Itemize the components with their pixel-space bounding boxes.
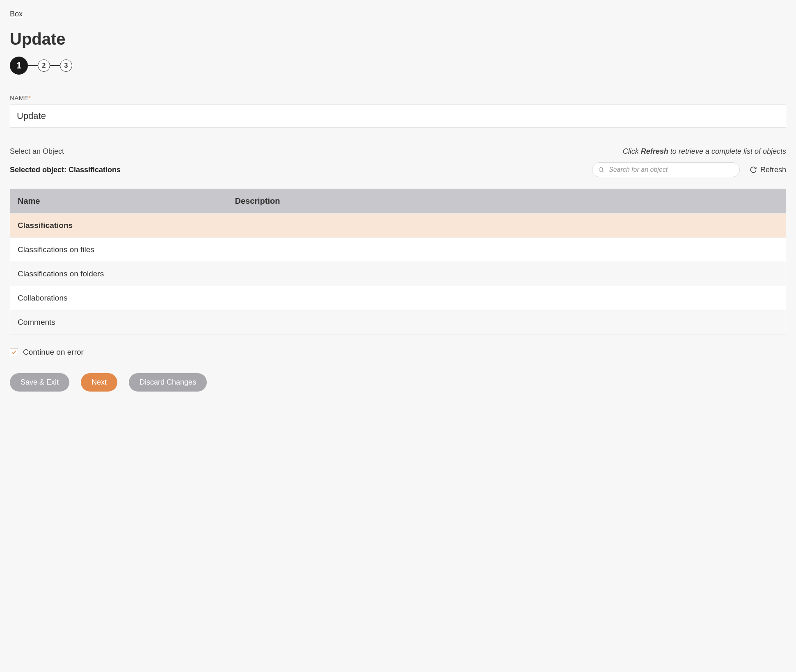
step-connector [50, 65, 60, 66]
continue-on-error-label: Continue on error [23, 348, 84, 357]
continue-on-error-checkbox[interactable] [10, 348, 18, 356]
cell-name: Classifications on files [10, 238, 227, 262]
cell-description [227, 214, 786, 238]
step-2[interactable]: 2 [38, 59, 50, 72]
continue-on-error-row: Continue on error [10, 348, 786, 357]
discard-button[interactable]: Discard Changes [129, 373, 207, 392]
selected-prefix: Selected object: [10, 166, 69, 174]
svg-line-1 [602, 171, 604, 172]
table-row[interactable]: Classifications on files [10, 238, 786, 262]
table-row[interactable]: Comments [10, 310, 786, 335]
name-label-text: NAME [10, 94, 28, 101]
refresh-label: Refresh [760, 166, 786, 174]
table-row[interactable]: Classifications [10, 214, 786, 238]
cell-description [227, 238, 786, 262]
selected-value: Classifications [69, 166, 121, 174]
required-asterisk: * [28, 94, 31, 101]
hint-bold: Refresh [641, 147, 668, 155]
name-input[interactable] [10, 105, 786, 128]
cell-description [227, 286, 786, 310]
breadcrumb-box[interactable]: Box [10, 10, 23, 18]
save-exit-button[interactable]: Save & Exit [10, 373, 69, 392]
object-table: Name Description ClassificationsClassifi… [10, 189, 786, 335]
next-button[interactable]: Next [81, 373, 117, 392]
select-object-label: Select an Object [10, 147, 64, 156]
table-row[interactable]: Collaborations [10, 286, 786, 310]
step-connector [28, 65, 38, 66]
name-field-label: NAME* [10, 94, 786, 101]
col-header-description[interactable]: Description [227, 189, 786, 214]
step-3[interactable]: 3 [60, 59, 72, 72]
page-title: Update [10, 30, 786, 48]
search-icon [598, 166, 604, 173]
cell-name: Classifications on folders [10, 262, 227, 286]
refresh-button[interactable]: Refresh [750, 166, 786, 174]
stepper: 1 2 3 [10, 57, 786, 75]
cell-name: Comments [10, 310, 227, 335]
footer-button-row: Save & Exit Next Discard Changes [10, 373, 786, 392]
step-1[interactable]: 1 [10, 57, 28, 75]
refresh-icon [750, 166, 757, 173]
table-row[interactable]: Classifications on folders [10, 262, 786, 286]
cell-description [227, 310, 786, 335]
search-wrap [592, 162, 740, 177]
cell-name: Classifications [10, 214, 227, 238]
svg-point-0 [599, 168, 603, 171]
refresh-hint: Click Refresh to retrieve a complete lis… [623, 147, 786, 156]
selected-object-label: Selected object: Classifications [10, 166, 121, 174]
search-input[interactable] [592, 162, 740, 177]
hint-suffix: to retrieve a complete list of objects [668, 147, 786, 155]
cell-description [227, 262, 786, 286]
hint-prefix: Click [623, 147, 641, 155]
col-header-name[interactable]: Name [10, 189, 227, 214]
cell-name: Collaborations [10, 286, 227, 310]
